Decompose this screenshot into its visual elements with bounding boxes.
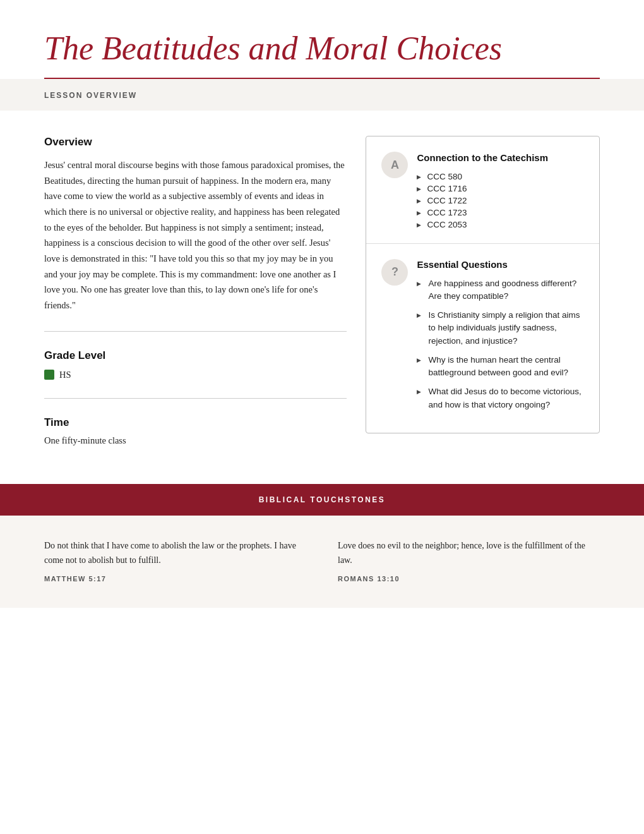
list-item: CCC 580 <box>417 171 584 183</box>
biblical-label: BIBLICAL TOUCHSTONES <box>44 495 600 504</box>
list-item: CCC 1723 <box>417 207 584 219</box>
essential-content: Essential Questions Are happiness and go… <box>417 259 584 418</box>
catechism-section: A Connection to the Catechism CCC 580 CC… <box>366 136 599 244</box>
list-item: CCC 2053 <box>417 219 584 231</box>
overview-heading: Overview <box>44 136 347 148</box>
right-column: A Connection to the Catechism CCC 580 CC… <box>366 136 600 445</box>
main-title: The Beatitudes and Moral Choices <box>44 30 600 66</box>
biblical-quote-text-2: Love does no evil to the neighbor; hence… <box>338 538 600 567</box>
grade-badge: HS <box>44 370 347 380</box>
biblical-quote-2: Love does no evil to the neighbor; hence… <box>338 538 600 583</box>
essential-list: Are happiness and goodness different? Ar… <box>417 277 584 418</box>
grade-color-indicator <box>44 370 54 380</box>
lesson-overview-bar: LESSON OVERVIEW <box>0 79 644 111</box>
divider-1 <box>44 331 347 332</box>
grade-level-heading: Grade Level <box>44 349 347 362</box>
overview-text: Jesus' central moral discourse begins wi… <box>44 157 347 313</box>
list-item: Is Christianity simply a religion that a… <box>417 309 584 354</box>
essential-questions-section: ? Essential Questions Are happiness and … <box>366 244 599 433</box>
essential-icon: ? <box>381 259 408 286</box>
list-item: CCC 1716 <box>417 183 584 195</box>
info-box: A Connection to the Catechism CCC 580 CC… <box>366 136 600 433</box>
time-heading: Time <box>44 416 347 429</box>
grade-label: HS <box>59 370 71 380</box>
list-item: CCC 1722 <box>417 195 584 207</box>
time-text: One fifty-minute class <box>44 435 347 446</box>
biblical-touchstones-bar: BIBLICAL TOUCHSTONES <box>0 484 644 516</box>
page: The Beatitudes and Moral Choices LESSON … <box>0 0 644 834</box>
main-content: Overview Jesus' central moral discourse … <box>0 111 644 471</box>
essential-title: Essential Questions <box>417 259 584 270</box>
biblical-reference-1: MATTHEW 5:17 <box>44 575 306 583</box>
catechism-content: Connection to the Catechism CCC 580 CCC … <box>417 152 584 231</box>
left-column: Overview Jesus' central moral discourse … <box>44 136 347 445</box>
list-item: What did Jesus do to become victorious, … <box>417 385 584 418</box>
list-item: Are happiness and goodness different? Ar… <box>417 277 584 310</box>
title-section: The Beatitudes and Moral Choices <box>0 0 644 78</box>
biblical-quote-text-1: Do not think that I have come to abolish… <box>44 538 306 567</box>
biblical-quote-1: Do not think that I have come to abolish… <box>44 538 306 583</box>
catechism-title: Connection to the Catechism <box>417 152 584 164</box>
divider-2 <box>44 398 347 399</box>
catechism-list: CCC 580 CCC 1716 CCC 1722 CCC 1723 CCC 2… <box>417 171 584 231</box>
biblical-reference-2: ROMANS 13:10 <box>338 575 600 583</box>
catechism-icon: A <box>381 152 408 178</box>
biblical-content: Do not think that I have come to abolish… <box>0 516 644 608</box>
list-item: Why is the human heart the central battl… <box>417 354 584 386</box>
lesson-overview-label: LESSON OVERVIEW <box>44 91 137 100</box>
